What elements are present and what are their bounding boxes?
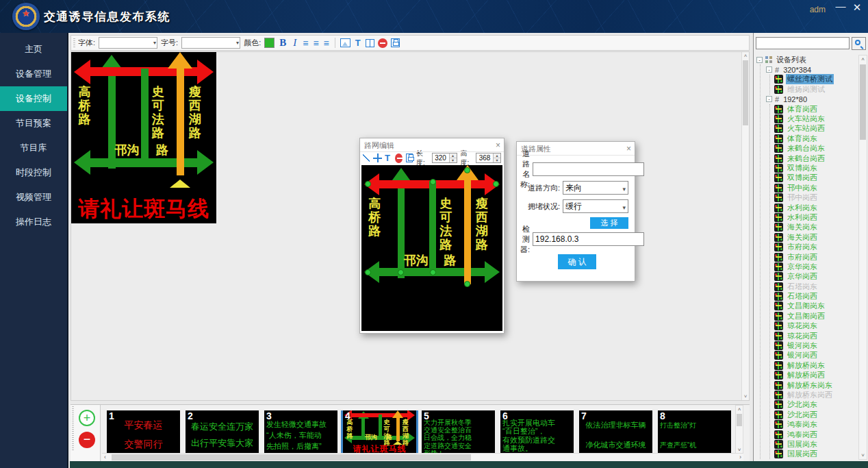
collapse-icon[interactable]: - bbox=[766, 66, 772, 73]
height-input[interactable] bbox=[476, 153, 493, 162]
scrollbar-thumb[interactable] bbox=[860, 64, 866, 140]
device-item[interactable]: 文昌阁岗东 bbox=[774, 301, 857, 311]
device-label[interactable]: 银河岗西 bbox=[786, 350, 819, 360]
font-select[interactable]: ▾ bbox=[99, 37, 157, 49]
program-thumbnail-2[interactable]: 2春运安全连万家出行平安靠大家 bbox=[186, 410, 259, 453]
close-icon[interactable]: ✕ bbox=[850, 1, 864, 14]
control-point[interactable] bbox=[430, 179, 436, 185]
device-item[interactable]: 解放桥东岗西 bbox=[774, 390, 857, 399]
spin-up-icon[interactable]: ▴ bbox=[494, 153, 500, 158]
detector-input[interactable] bbox=[533, 232, 644, 246]
device-label[interactable]: 石塔岗西 bbox=[786, 291, 819, 301]
device-label[interactable]: 国展岗西 bbox=[786, 449, 819, 459]
device-item[interactable]: 邗中岗东 bbox=[774, 183, 857, 193]
device-item[interactable]: 市府岗东 bbox=[774, 242, 857, 251]
device-group-192*80[interactable]: -#192*80 bbox=[766, 95, 857, 104]
device-item[interactable]: 解放桥东岗东 bbox=[774, 380, 857, 390]
device-item[interactable]: 来鹤台岗东 bbox=[774, 144, 857, 153]
device-label[interactable]: 鸿泰岗东 bbox=[786, 419, 819, 430]
scroll-right-icon[interactable]: › bbox=[739, 454, 741, 460]
font-size-select[interactable]: ▾ bbox=[181, 37, 240, 49]
device-label[interactable]: 银河岗东 bbox=[786, 341, 819, 351]
device-item[interactable]: 京华岗西 bbox=[774, 272, 857, 282]
dialog-titlebar[interactable]: 道路属性 × bbox=[517, 142, 635, 156]
device-item[interactable]: 体育岗西 bbox=[774, 104, 857, 114]
close-icon[interactable]: × bbox=[626, 142, 631, 156]
device-item[interactable]: 螺丝湾桥测试 bbox=[774, 75, 857, 84]
delete-icon[interactable] bbox=[395, 153, 403, 163]
tree-vertical-scrollbar[interactable]: ˄ ˅ bbox=[858, 55, 867, 460]
device-item[interactable]: 鸿泰岗西 bbox=[774, 430, 857, 439]
spin-down-icon[interactable]: ▾ bbox=[450, 158, 457, 162]
select-button[interactable]: 选 择 bbox=[590, 217, 628, 229]
device-item[interactable]: 京华岗东 bbox=[774, 262, 857, 271]
insert-image-icon[interactable] bbox=[340, 38, 350, 47]
sidebar-item-4[interactable]: 节目预案 bbox=[0, 111, 67, 136]
device-item[interactable]: 国展岗东 bbox=[774, 439, 857, 449]
scroll-up-icon[interactable]: ˄ bbox=[859, 56, 867, 62]
sidebar-item-1[interactable]: 主页 bbox=[0, 37, 67, 62]
device-item[interactable]: 沙北岗西 bbox=[774, 410, 857, 419]
control-point[interactable] bbox=[365, 269, 371, 275]
device-item[interactable]: 解放桥岗西 bbox=[774, 371, 857, 380]
sidebar-item-3[interactable]: 设备控制 bbox=[0, 86, 67, 111]
italic-button[interactable]: I bbox=[291, 37, 298, 49]
scroll-down-icon[interactable]: ˅ bbox=[736, 447, 743, 453]
device-item[interactable]: 银河岗东 bbox=[774, 341, 857, 350]
device-label[interactable]: 解放桥岗西 bbox=[786, 370, 826, 380]
scrollbar-thumb[interactable] bbox=[737, 414, 742, 426]
cross-road-icon[interactable] bbox=[373, 153, 380, 162]
device-item[interactable]: 海关岗西 bbox=[774, 232, 857, 242]
device-item[interactable]: 市府岗西 bbox=[774, 252, 857, 262]
device-item[interactable]: 维扬岗测试 bbox=[774, 84, 857, 94]
device-item[interactable]: 石塔岗西 bbox=[774, 291, 857, 301]
control-point[interactable] bbox=[430, 269, 436, 275]
scroll-up-icon[interactable]: ˄ bbox=[742, 53, 749, 59]
delete-icon[interactable] bbox=[378, 38, 387, 48]
device-label[interactable]: 解放桥东岗西 bbox=[786, 390, 834, 400]
device-label[interactable]: 京华岗西 bbox=[786, 271, 819, 282]
device-label[interactable]: 海关岗东 bbox=[786, 222, 819, 232]
remove-program-button[interactable]: − bbox=[79, 432, 95, 448]
device-label[interactable]: 火车站岗西 bbox=[786, 123, 826, 134]
sidebar-item-6[interactable]: 时段控制 bbox=[0, 160, 67, 185]
sidebar-item-2[interactable]: 设备管理 bbox=[0, 62, 67, 86]
device-label[interactable]: 沙北岗东 bbox=[786, 399, 819, 410]
device-label[interactable]: 水利岗西 bbox=[786, 212, 819, 223]
device-item[interactable]: 鸿泰岗东 bbox=[774, 419, 857, 429]
control-point[interactable] bbox=[398, 269, 404, 275]
device-item[interactable]: 银河岗西 bbox=[774, 351, 857, 360]
device-label[interactable]: 体育岗西 bbox=[786, 104, 819, 114]
device-label[interactable]: 邗中岗西 bbox=[786, 193, 819, 203]
device-label[interactable]: 京华岗东 bbox=[786, 262, 819, 272]
search-button[interactable] bbox=[852, 37, 866, 50]
screen-layout-icon[interactable] bbox=[366, 39, 374, 47]
bold-button[interactable]: B bbox=[278, 37, 288, 49]
road-name-input[interactable] bbox=[533, 162, 644, 176]
device-label[interactable]: 石塔岗东 bbox=[786, 282, 819, 292]
device-item[interactable]: 海关岗东 bbox=[774, 223, 857, 232]
device-item[interactable]: 邗中岗西 bbox=[774, 193, 857, 202]
roadnet-canvas[interactable]: 高 桥 路史 可 法 路瘦 西 湖 路邗沟路 bbox=[361, 165, 502, 331]
confirm-button[interactable]: 确 认 bbox=[558, 254, 596, 269]
strip-vertical-scrollbar[interactable]: ˄ ˅ bbox=[735, 405, 743, 454]
congestion-select[interactable]: 缓行▾ bbox=[563, 199, 628, 213]
align-left-icon[interactable]: ≡ bbox=[302, 38, 309, 48]
device-label[interactable]: 双博岗西 bbox=[786, 173, 819, 183]
program-thumbnail-8[interactable]: 8打击整治“灯严查严惩“机 bbox=[658, 410, 731, 453]
device-item[interactable]: 双博岗西 bbox=[774, 173, 857, 183]
device-label[interactable]: 解放桥岗东 bbox=[786, 360, 826, 371]
spin-down-icon[interactable]: ▾ bbox=[494, 158, 500, 162]
sidebar-item-5[interactable]: 节目库 bbox=[0, 136, 67, 160]
device-item[interactable]: 琼花岗东 bbox=[774, 321, 857, 331]
device-label[interactable]: 火车站岗东 bbox=[786, 114, 826, 124]
scroll-up-icon[interactable]: ˄ bbox=[736, 406, 743, 412]
device-label[interactable]: 来鹤台岗西 bbox=[786, 153, 826, 164]
close-icon[interactable]: × bbox=[496, 138, 500, 152]
program-thumbnail-6[interactable]: 6扎实开展电动车“百日整治”，有效预防道路交通事故。 bbox=[500, 410, 574, 453]
device-item[interactable]: 国展岗西 bbox=[774, 449, 857, 459]
device-label[interactable]: 螺丝湾桥测试 bbox=[786, 74, 834, 84]
text-tool-icon[interactable]: T bbox=[383, 153, 392, 163]
scrollbar-thumb[interactable] bbox=[743, 60, 748, 125]
scroll-down-icon[interactable]: ˅ bbox=[742, 393, 749, 399]
